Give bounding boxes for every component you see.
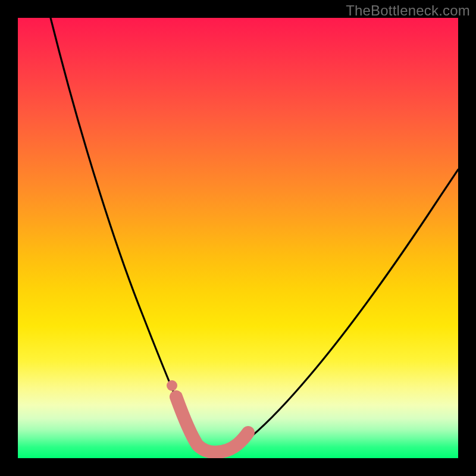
thick-segment: [176, 397, 248, 452]
bottleneck-curve: [51, 18, 458, 451]
watermark-text: TheBottleneck.com: [346, 2, 470, 19]
plot-area: [18, 18, 458, 458]
dot-marker: [167, 380, 177, 391]
curve-layer: [18, 18, 458, 458]
chart-frame: TheBottleneck.com: [0, 0, 476, 476]
